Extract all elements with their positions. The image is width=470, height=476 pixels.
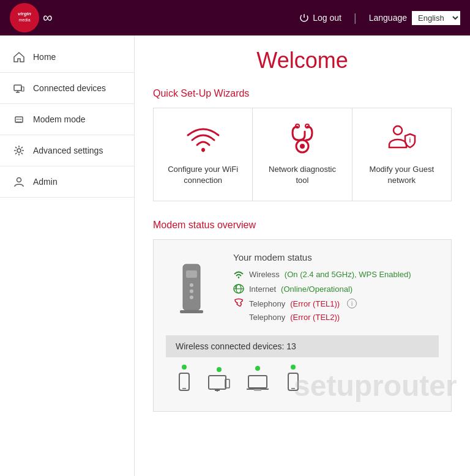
device-icon-3: [245, 366, 270, 394]
sidebar-item-admin[interactable]: Admin: [0, 166, 134, 198]
modem-status-title: Modem status overview: [153, 220, 452, 231]
svg-rect-37: [209, 376, 226, 389]
header-right: Log out | Language English French German…: [299, 11, 460, 25]
device-icon-2: [207, 367, 231, 394]
svg-rect-8: [21, 87, 24, 91]
svg-point-27: [190, 283, 193, 287]
svg-rect-30: [180, 310, 203, 313]
svg-rect-5: [14, 85, 21, 91]
phone-icon-2: [285, 372, 302, 394]
svg-point-28: [190, 289, 193, 293]
status-details: Your modem status Wireless (O: [233, 252, 439, 325]
svg-rect-44: [288, 373, 298, 390]
wizard-card-guest[interactable]: i Modify your Guest network: [352, 108, 451, 201]
main-layout: Home Connected devices: [0, 35, 470, 476]
svg-rect-43: [254, 389, 261, 391]
svg-rect-41: [248, 376, 267, 388]
wifi-card-label: Configure your WiFi connection: [163, 164, 242, 186]
svg-point-20: [300, 144, 305, 149]
svg-rect-26: [186, 270, 197, 278]
svg-text:media: media: [18, 18, 30, 22]
wizards-title: Quick Set-Up Wizards: [153, 88, 452, 99]
diagnostic-wizard-icon: [284, 123, 321, 157]
svg-point-31: [238, 277, 239, 278]
svg-text:virgin: virgin: [18, 11, 31, 17]
svg-point-13: [17, 119, 18, 120]
sidebar-item-connected-devices[interactable]: Connected devices: [0, 73, 134, 104]
device-dot-2: [217, 367, 222, 372]
infinity-icon: ∞: [43, 10, 53, 26]
header-divider: |: [354, 12, 357, 24]
main-content: setuprouter Welcome Quick Set-Up Wizards…: [135, 35, 470, 476]
language-dropdown[interactable]: English French German Spanish: [412, 11, 460, 25]
device-dot-4: [291, 365, 296, 370]
header: virgin media ∞ Log out | Language Englis…: [0, 0, 470, 35]
device-icon-1: [176, 365, 193, 394]
language-selector: Language English French German Spanish: [369, 11, 460, 25]
wizard-card-diagnostic[interactable]: Network diagnostic tool: [253, 108, 352, 201]
svg-point-14: [18, 119, 20, 120]
svg-point-15: [20, 119, 21, 120]
tel1-info-icon[interactable]: i: [347, 299, 357, 308]
svg-point-17: [17, 178, 21, 182]
phone-icon-1: [176, 372, 193, 394]
internet-status-icon: [233, 283, 244, 294]
status-row-telephony2: Telephony (Error (TEL2)): [233, 313, 439, 322]
home-icon: [12, 50, 26, 64]
virgin-logo: virgin media: [10, 3, 39, 32]
device-dot-1: [182, 365, 187, 370]
tablet-icon: [207, 374, 231, 394]
wizard-cards: Configure your WiFi connection: [153, 108, 452, 201]
sidebar-item-home[interactable]: Home: [0, 42, 134, 73]
logout-button[interactable]: Log out: [299, 13, 341, 23]
svg-rect-35: [179, 373, 189, 390]
sidebar: Home Connected devices: [0, 35, 135, 476]
sidebar-item-advanced-settings[interactable]: Advanced settings: [0, 135, 134, 166]
svg-text:i: i: [409, 137, 411, 144]
laptop-icon: [245, 373, 270, 394]
wireless-status-icon: [233, 269, 244, 280]
modem-status-header: Your modem status: [233, 252, 439, 262]
admin-icon: [12, 175, 26, 188]
sidebar-item-modem-mode[interactable]: Modem mode: [0, 104, 134, 135]
power-icon: [299, 13, 309, 23]
svg-point-23: [394, 126, 402, 135]
wizard-card-wifi[interactable]: Configure your WiFi connection: [154, 108, 253, 201]
connected-devices-bar: Wireless connected devices: 13: [166, 335, 439, 357]
modem-status-inner: Your modem status Wireless (O: [166, 252, 439, 325]
svg-point-29: [190, 296, 193, 299]
modem-icon: [12, 113, 26, 126]
guest-card-label: Modify your Guest network: [362, 164, 441, 186]
status-row-wireless: Wireless (On (2.4 and 5GHz), WPS Enabled…: [233, 269, 439, 280]
telephony1-status-icon: [233, 298, 244, 309]
diagnostic-card-label: Network diagnostic tool: [263, 164, 341, 186]
modem-status-box: Your modem status Wireless (O: [153, 239, 452, 412]
welcome-title: Welcome: [153, 48, 452, 73]
status-row-internet: Internet (Online/Operational): [233, 283, 439, 294]
status-row-telephony1: Telephony (Error (TEL1)) i: [233, 298, 439, 309]
devices-icon: [12, 81, 26, 95]
svg-point-18: [201, 148, 205, 152]
settings-icon: [12, 144, 26, 157]
guest-wizard-icon: i: [383, 123, 420, 157]
wifi-wizard-icon: [185, 123, 222, 157]
device-icon-4: [285, 365, 302, 394]
device-icons-row: [166, 357, 439, 399]
logo-area: virgin media ∞: [10, 3, 53, 32]
modem-graphic: [166, 252, 215, 319]
svg-point-16: [17, 149, 21, 152]
device-dot-3: [255, 366, 260, 371]
